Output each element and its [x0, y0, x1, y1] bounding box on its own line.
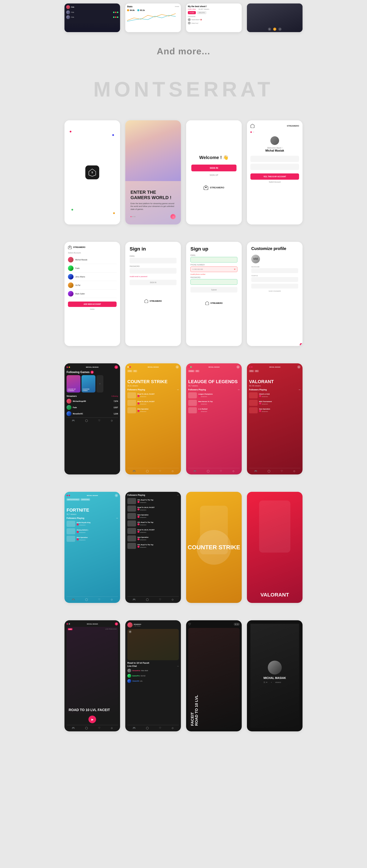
id-input[interactable]	[251, 277, 298, 282]
account-item-2[interactable]: Jerry Mains	[68, 273, 117, 281]
val-fp-2[interactable]: New Operation streamero	[249, 407, 301, 413]
fplist-1[interactable]: Road To 10LVL FACEIT streamero	[128, 505, 179, 512]
notif-fort[interactable]: ●	[115, 494, 118, 497]
profile-icon[interactable]: ◇	[172, 598, 174, 601]
search-icon[interactable]: ◯	[85, 726, 88, 729]
signin-button[interactable]: SIGN IN	[191, 164, 236, 172]
save-link[interactable]: SAVE CHANGES	[251, 290, 298, 292]
home-icon[interactable]: 🎮	[133, 726, 136, 729]
heart-icon[interactable]: ♡	[159, 726, 161, 729]
heart-icon-rv[interactable]: ♡	[188, 622, 191, 626]
notification-icon[interactable]: ●	[114, 365, 118, 369]
play-button[interactable]: ▶	[88, 716, 96, 723]
delete-link[interactable]: Delete	[68, 308, 117, 310]
add-game-tile[interactable]: +	[96, 375, 104, 393]
signin-submit-btn[interactable]: SIGN IN	[130, 280, 176, 285]
profile-icon[interactable]: ◇	[293, 470, 295, 472]
fort-fp-2[interactable]: New Operation streamero	[66, 536, 118, 542]
fplist-6[interactable]: FPL Road To The Top streamero	[128, 543, 179, 549]
add-account-button[interactable]: ADD NEW ACCOUNT	[68, 302, 117, 307]
profile-icon[interactable]: ◇	[111, 419, 113, 422]
search-icon[interactable]: ◯	[207, 470, 209, 472]
heart-icon[interactable]: ♡	[159, 470, 161, 472]
fort-fp-0[interactable]: Battle Royale King streamero	[66, 521, 118, 527]
val-fp-1[interactable]: MSS Tournament streamero	[249, 400, 301, 406]
account-item-1[interactable]: Fade	[68, 264, 117, 273]
game-tile-lol[interactable]: LEAUGE OFLEGENDS	[66, 375, 81, 393]
fp-item-2[interactable]: New Operation streamero	[128, 407, 179, 413]
fp-more-val[interactable]: ···	[299, 389, 301, 391]
home-icon[interactable]: 🎮	[254, 470, 257, 472]
search-icon[interactable]: ◯	[85, 598, 88, 601]
switch-account-link[interactable]: Switch Account	[250, 181, 299, 183]
home-icon[interactable]: 🎮	[133, 470, 136, 472]
pass-input-su[interactable]	[191, 279, 237, 285]
profile-icon[interactable]: ◇	[111, 726, 113, 729]
profile-icon[interactable]: ◇	[172, 470, 174, 472]
nickname-input[interactable]	[251, 268, 298, 273]
fort-fp-1[interactable]: Victory Britnit 1 streamero	[66, 528, 118, 534]
profile-icon[interactable]: ◇	[172, 726, 174, 729]
search-icon[interactable]: ◯	[146, 726, 149, 729]
fp-item-1[interactable]: Road To 10LVL FACEIT streamero	[128, 400, 179, 406]
notif-lol[interactable]: ●	[236, 365, 239, 369]
profile-icon[interactable]: ◇	[111, 598, 113, 601]
fp-more-fort[interactable]: ···	[116, 517, 118, 519]
val-fp-0[interactable]: Clutch or Kick streamero	[249, 392, 301, 398]
email-input-su[interactable]	[191, 257, 237, 262]
fplist-0[interactable]: FPL Road To The Top streamero	[128, 498, 179, 504]
heart-icon[interactable]: ♡	[98, 419, 101, 422]
heart-icon[interactable]: ♡	[220, 470, 222, 472]
confirm-button[interactable]: YES, THIS IS MY ACCOUNT	[250, 174, 299, 180]
next-arrow[interactable]: ›	[170, 214, 176, 219]
fplist-5[interactable]: New Operation streamero	[128, 535, 179, 541]
search-icon[interactable]: ◯	[146, 598, 149, 601]
bottom-nav: 🎮 ◯ ♡ ◇	[66, 417, 118, 422]
badge-moba: MOBA	[188, 370, 194, 372]
extra-input[interactable]	[251, 284, 298, 288]
signup-submit-btn[interactable]: Submit	[191, 287, 237, 292]
notif-val[interactable]: ●	[297, 365, 301, 369]
fplist-3[interactable]: FPL Road To The Top streamero	[128, 521, 179, 527]
fp-list-more[interactable]: ···	[177, 494, 179, 496]
email-input[interactable]	[250, 156, 299, 162]
email-input[interactable]	[130, 258, 176, 264]
heart-icon[interactable]: ♡	[281, 470, 283, 472]
chat-more[interactable]: ···	[177, 665, 179, 667]
fp-more-lol[interactable]: ···	[238, 389, 239, 391]
streamer-0[interactable]: MichaelAngel90 7,574	[66, 399, 118, 404]
heart-icon[interactable]: ♡	[98, 598, 101, 601]
streamer-2[interactable]: Monat3erDC 1,216	[66, 411, 118, 416]
home-icon[interactable]: 🎮	[133, 598, 136, 601]
home-icon[interactable]: 🎮	[193, 470, 196, 472]
lol-fp-1[interactable]: New Heroes To Top streamero	[188, 400, 239, 406]
account-item-0[interactable]: Michal Masiak	[68, 255, 117, 264]
pass-input[interactable]	[130, 268, 176, 274]
search-icon[interactable]: ◯	[267, 470, 271, 472]
lol-topbar: MICHAL MASIAK ●	[188, 365, 239, 369]
search-icon[interactable]: ◯	[85, 419, 88, 422]
signup-button[interactable]: SIGN UP	[209, 174, 218, 176]
rf-notif[interactable]: ●	[115, 622, 118, 625]
game-tile-cs[interactable]: COUNTERSTRIKE	[82, 375, 95, 393]
pass-input[interactable]	[250, 164, 299, 170]
phone-input[interactable]: +1 000 000 000 ✕	[191, 267, 237, 272]
lol-fp-2[interactable]: 1 v1 Ranked streamero	[188, 407, 239, 413]
search-icon[interactable]: ◯	[146, 470, 149, 472]
account-item-3[interactable]: VicTal	[68, 281, 117, 289]
home-icon[interactable]: 🎮	[72, 598, 75, 601]
lol-fp-0[interactable]: League Champions streamero	[188, 392, 239, 398]
account-item-4[interactable]: Mark Saller	[68, 289, 117, 298]
home-icon[interactable]: 🎮	[72, 726, 75, 729]
heart-icon[interactable]: ♡	[159, 598, 161, 601]
profile-icon[interactable]: ◇	[232, 470, 234, 472]
streamer-1[interactable]: Fade 2,527	[66, 405, 118, 410]
heart-icon[interactable]: ♡	[98, 726, 101, 729]
home-icon[interactable]: 🎮	[72, 419, 75, 422]
notif-cs[interactable]: ●	[176, 365, 179, 369]
fplist-4[interactable]: Road To 10LVL FACEIT streamero	[128, 528, 179, 534]
fp-item-0[interactable]: Road To 10LVL FACEIT streamero	[128, 392, 179, 398]
fp-more-cs[interactable]: ···	[177, 389, 179, 391]
fplist-2[interactable]: New Operation streamero	[128, 513, 179, 519]
following-link[interactable]: Following	[111, 395, 118, 397]
